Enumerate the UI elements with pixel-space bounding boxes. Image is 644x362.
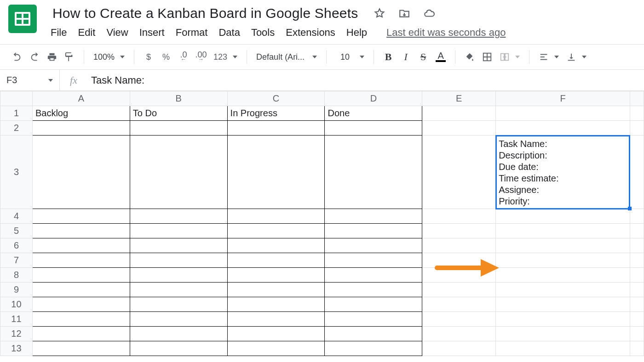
text-color-button[interactable]: A — [433, 49, 448, 65]
cell-C11[interactable] — [227, 312, 325, 327]
cell-B13[interactable] — [130, 341, 227, 356]
menu-format[interactable]: Format — [176, 27, 208, 39]
name-box[interactable]: F3 — [0, 70, 60, 90]
cell-G5[interactable] — [630, 224, 644, 238]
cell-D13[interactable] — [325, 341, 422, 356]
cell-D11[interactable] — [325, 312, 422, 327]
cell-E6[interactable] — [422, 238, 496, 253]
cell-F13[interactable] — [496, 341, 630, 356]
cell-A11[interactable] — [32, 312, 130, 327]
borders-button[interactable] — [479, 49, 495, 65]
cell-D9[interactable] — [325, 283, 422, 297]
cell-D1[interactable]: Done — [325, 106, 422, 121]
cell-B11[interactable] — [130, 312, 227, 327]
font-family-dropdown[interactable]: Default (Ari... — [253, 52, 320, 62]
merge-cells-dropdown[interactable] — [497, 52, 523, 62]
row-header-2[interactable]: 2 — [0, 121, 33, 136]
cell-F10[interactable] — [496, 297, 630, 312]
col-header-B[interactable]: B — [130, 91, 227, 106]
cell-A5[interactable] — [32, 224, 130, 238]
document-title[interactable]: How to Create a Kanban Board in Google S… — [51, 5, 360, 22]
cell-C7[interactable] — [227, 253, 325, 268]
vertical-align-dropdown[interactable] — [564, 52, 589, 62]
row-header-3[interactable]: 3 — [0, 136, 33, 209]
cell-C5[interactable] — [227, 224, 325, 238]
row-header-7[interactable]: 7 — [0, 253, 33, 268]
cell-F11[interactable] — [496, 312, 630, 327]
increase-decimal-button[interactable]: .00→ — [193, 49, 209, 65]
horizontal-align-dropdown[interactable] — [536, 52, 562, 62]
undo-button[interactable] — [9, 49, 25, 65]
row-header-6[interactable]: 6 — [0, 238, 33, 253]
row-header-5[interactable]: 5 — [0, 224, 33, 238]
menu-view[interactable]: View — [106, 27, 128, 39]
last-edit-link[interactable]: Last edit was seconds ago — [386, 27, 506, 39]
menu-help[interactable]: Help — [346, 27, 367, 39]
cell-G9[interactable] — [630, 283, 644, 297]
cell-A10[interactable] — [32, 297, 130, 312]
cell-G12[interactable] — [630, 327, 644, 341]
fill-color-button[interactable] — [462, 49, 477, 65]
cell-E12[interactable] — [422, 327, 496, 341]
cell-A2[interactable] — [32, 121, 130, 136]
cell-B2[interactable] — [130, 121, 227, 136]
cell-D5[interactable] — [325, 224, 422, 238]
cell-F3[interactable]: Task Name: Description: Due date: Time e… — [496, 136, 630, 209]
cell-B8[interactable] — [130, 268, 227, 283]
cell-B12[interactable] — [130, 327, 227, 341]
col-header-A[interactable]: A — [32, 91, 130, 106]
formula-input[interactable]: Task Name: — [87, 74, 144, 86]
decrease-decimal-button[interactable]: .0← — [176, 49, 191, 65]
cell-C4[interactable] — [227, 209, 325, 224]
cell-G4[interactable] — [630, 209, 644, 224]
move-icon[interactable] — [397, 6, 412, 21]
col-header-D[interactable]: D — [325, 91, 422, 106]
format-percent-button[interactable]: % — [158, 49, 174, 65]
cell-C13[interactable] — [227, 341, 325, 356]
bold-button[interactable]: B — [380, 49, 396, 65]
cell-B4[interactable] — [130, 209, 227, 224]
cloud-status-icon[interactable] — [421, 6, 437, 21]
cell-F4[interactable] — [496, 209, 630, 224]
cell-E3[interactable] — [422, 136, 496, 209]
cell-D6[interactable] — [325, 238, 422, 253]
cell-D12[interactable] — [325, 327, 422, 341]
cell-F7[interactable] — [496, 253, 630, 268]
sheets-logo[interactable] — [8, 5, 37, 33]
row-header-11[interactable]: 11 — [0, 312, 33, 327]
cell-G6[interactable] — [630, 238, 644, 253]
redo-button[interactable] — [27, 49, 42, 65]
cell-G13[interactable] — [630, 341, 644, 356]
menu-file[interactable]: File — [51, 27, 67, 39]
spreadsheet-grid[interactable]: A B C D E F 1 Backlog To Do In Progress … — [0, 91, 644, 356]
cell-A9[interactable] — [32, 283, 130, 297]
cell-D2[interactable] — [325, 121, 422, 136]
cell-C2[interactable] — [227, 121, 325, 136]
row-header-8[interactable]: 8 — [0, 268, 33, 283]
cell-E11[interactable] — [422, 312, 496, 327]
col-header-C[interactable]: C — [227, 91, 325, 106]
cell-F5[interactable] — [496, 224, 630, 238]
cell-F1[interactable] — [496, 106, 630, 121]
cell-A1[interactable]: Backlog — [32, 106, 130, 121]
row-header-13[interactable]: 13 — [0, 341, 33, 356]
cell-E9[interactable] — [422, 283, 496, 297]
cell-B7[interactable] — [130, 253, 227, 268]
row-header-12[interactable]: 12 — [0, 327, 33, 341]
cell-D3[interactable] — [325, 136, 422, 209]
cell-E4[interactable] — [422, 209, 496, 224]
cell-F2[interactable] — [496, 121, 630, 136]
cell-G11[interactable] — [630, 312, 644, 327]
cell-E1[interactable] — [422, 106, 496, 121]
cell-A12[interactable] — [32, 327, 130, 341]
cell-C10[interactable] — [227, 297, 325, 312]
row-header-10[interactable]: 10 — [0, 297, 33, 312]
cell-B3[interactable] — [130, 136, 227, 209]
cell-G7[interactable] — [630, 253, 644, 268]
cell-G1[interactable] — [630, 106, 644, 121]
cell-D10[interactable] — [325, 297, 422, 312]
cell-A4[interactable] — [32, 209, 130, 224]
menu-extensions[interactable]: Extensions — [286, 27, 335, 39]
menu-data[interactable]: Data — [218, 27, 240, 39]
cell-G3[interactable] — [630, 136, 644, 209]
